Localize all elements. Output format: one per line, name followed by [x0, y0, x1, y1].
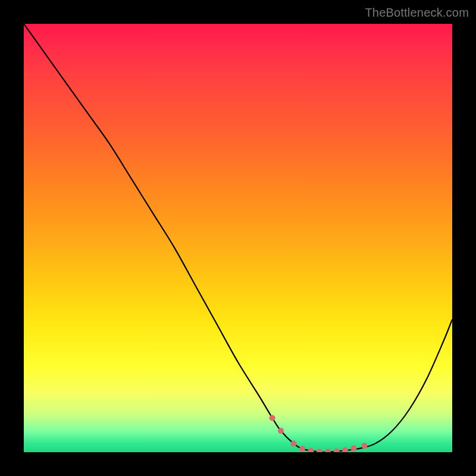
curve-marker — [334, 449, 340, 452]
curve-marker — [350, 446, 356, 452]
curve-marker — [325, 449, 331, 452]
bottleneck-curve — [24, 24, 452, 452]
curve-marker — [361, 443, 367, 449]
watermark-label: TheBottleneck.com — [365, 6, 469, 20]
curve-marker — [299, 446, 305, 452]
curve-marker — [278, 428, 284, 434]
curve-marker — [308, 448, 314, 452]
curve-marker — [291, 441, 297, 447]
chart-container: TheBottleneck.com — [0, 0, 476, 476]
bottleneck-curve-svg — [24, 24, 452, 452]
curve-marker — [270, 415, 275, 421]
curve-marker — [317, 449, 322, 452]
curve-marker — [342, 447, 348, 452]
plot-area — [24, 24, 452, 452]
